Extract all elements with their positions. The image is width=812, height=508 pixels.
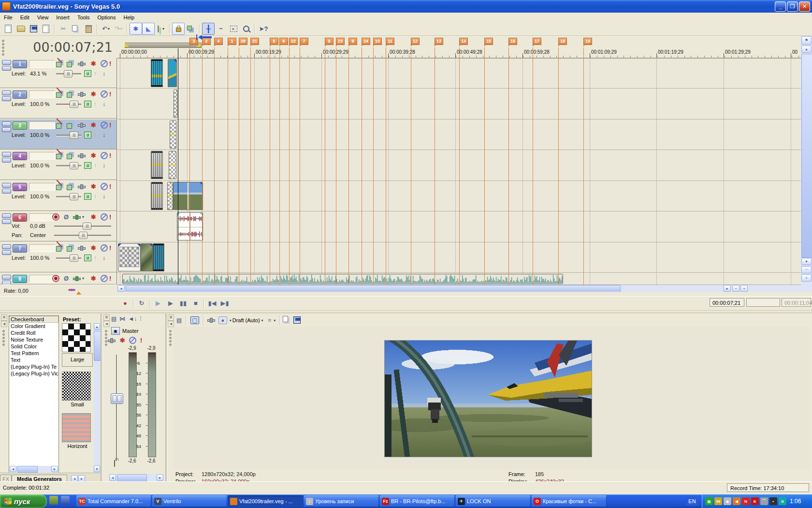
solo-icon[interactable]: ! (109, 152, 111, 159)
marker-flag-20[interactable]: 20 (239, 38, 247, 45)
event-pan-crop-icon[interactable] (67, 183, 72, 190)
track-number-badge[interactable]: 8 (13, 275, 27, 283)
track-header-1[interactable]: 1✱!Level:43.1 %α↑↓ (0, 58, 116, 88)
zoom-in-track-icon[interactable]: + (801, 274, 812, 282)
scroll-thumb[interactable] (801, 54, 812, 258)
tray-trueimage-icon[interactable]: ti (779, 497, 786, 505)
scroll-thumb[interactable] (94, 331, 101, 361)
level-slider-handle[interactable] (70, 101, 78, 108)
mute-icon[interactable] (129, 337, 136, 344)
compositing-mode-icon[interactable]: α (84, 162, 91, 169)
quick-launch-icon[interactable] (61, 496, 70, 505)
mute-icon[interactable] (101, 60, 108, 67)
menu-view[interactable]: View (33, 14, 53, 21)
event-clip-waveform-long[interactable] (122, 274, 563, 284)
marker-flag-24[interactable]: 24 (362, 38, 370, 45)
open-project-button[interactable] (14, 23, 27, 35)
zoom-out-time-icon[interactable]: − (732, 285, 740, 292)
solo-icon[interactable]: ! (109, 183, 111, 190)
track-header-4[interactable]: 4✱!Level:100.0 %α↑↓ (0, 150, 116, 180)
panel-grip[interactable] (169, 330, 172, 346)
envelope-tool-button[interactable]: ~ (215, 23, 227, 35)
automation-settings-icon[interactable]: ✱ (91, 275, 96, 282)
preview-quality-dropdown-icon[interactable]: ▾ (261, 318, 263, 323)
bypass-fx-icon[interactable]: Ø (64, 213, 69, 221)
task-button-record-level[interactable]: ♪Уровень записи (304, 495, 379, 507)
generator-item[interactable]: Text (9, 357, 58, 363)
preset-thumbnail-horizont[interactable] (62, 413, 91, 442)
pan-slider-handle[interactable] (79, 232, 87, 239)
make-compositing-parent-icon[interactable]: ↑ (94, 131, 97, 138)
track-name-input[interactable] (29, 90, 55, 98)
level-slider[interactable] (56, 73, 81, 75)
track-number-badge[interactable]: 7 (13, 244, 27, 253)
track-fx-icon[interactable] (80, 121, 83, 129)
automation-settings-icon[interactable]: ✱ (91, 121, 96, 129)
track-number-badge[interactable]: 6 (13, 213, 27, 222)
volume-slider[interactable] (54, 225, 111, 227)
bypass-fx-icon[interactable]: Ø (64, 275, 69, 282)
track-fx-icon[interactable] (80, 60, 83, 67)
copy-snapshot-icon[interactable] (284, 317, 290, 323)
mute-icon[interactable] (101, 152, 108, 159)
task-button-lock-on[interactable]: ✈LOCK ON (456, 495, 531, 507)
task-button-ventrilo[interactable]: VVentrilo (152, 495, 227, 507)
event-clip-checker-text[interactable] (169, 151, 176, 179)
generator-item[interactable]: Test Pattern (9, 350, 58, 357)
mixer-properties-icon[interactable]: ▤ (111, 315, 116, 322)
marker-flag-14[interactable]: 14 (459, 38, 468, 45)
shuttle-marker-icon[interactable] (76, 291, 81, 295)
track-header-3[interactable]: 3✱!Level:100.0 %α↑↓ (0, 120, 116, 149)
task-button-filezilla[interactable]: FzBR - BR-Pilots@ftp.b... (380, 495, 455, 507)
track-minimize-buttons[interactable] (2, 183, 11, 194)
solo-icon[interactable]: ! (109, 90, 111, 98)
scroll-down-icon[interactable]: ▾ (801, 258, 812, 265)
undo-button[interactable]: ↶▾ (100, 23, 112, 35)
level-slider-handle[interactable] (70, 254, 78, 262)
pause-button[interactable]: ▮▮ (177, 298, 189, 308)
track-number-badge[interactable]: 3 (13, 121, 27, 130)
event-clip-checker-thumbs[interactable] (118, 243, 141, 271)
restore-button[interactable]: ❐ (787, 1, 798, 12)
selection-length-box[interactable] (746, 298, 780, 307)
track-header-7[interactable]: 7✱!Level:100.0 %α↑↓ (0, 242, 116, 272)
insert-bus-icon[interactable]: ⁞ (140, 315, 141, 322)
level-slider-handle[interactable] (70, 162, 78, 169)
tray-power-icon[interactable]: N (742, 497, 750, 505)
external-monitor-icon[interactable]: ▢ (190, 316, 199, 324)
event-clip-map-green[interactable] (141, 243, 153, 271)
solo-icon[interactable]: ! (109, 244, 111, 252)
track-header-6[interactable]: 6Ø▾✱!Vol:0,0 dBPan:Center (0, 211, 116, 241)
close-panel-icon[interactable]: ✕ (1, 314, 7, 321)
paste-button[interactable] (82, 23, 95, 35)
marker-bar[interactable]: 324120215622782392410111213141516171819 (117, 36, 801, 49)
language-indicator[interactable]: EN (686, 497, 698, 506)
level-slider-handle[interactable] (64, 70, 72, 77)
track-fx-icon[interactable] (80, 183, 83, 190)
track-header-5[interactable]: 5✱!Level:100.0 %α↑↓ (0, 181, 116, 211)
menu-options[interactable]: Options (94, 14, 120, 21)
event-pan-crop-icon[interactable] (67, 244, 72, 252)
mute-icon[interactable] (101, 121, 108, 129)
marker-flag-4[interactable]: 4 (214, 38, 223, 45)
task-button-opera[interactable]: OКрасивые фотки - C... (532, 495, 607, 507)
solo-icon[interactable]: ! (109, 121, 111, 129)
track-name-input[interactable] (29, 121, 55, 129)
mute-icon[interactable] (101, 183, 108, 190)
level-slider[interactable] (56, 257, 81, 259)
downmix-output-icon[interactable]: ⋈ (119, 315, 125, 322)
track-minimize-buttons[interactable] (2, 152, 11, 164)
copy-button[interactable] (70, 23, 82, 35)
level-slider[interactable] (56, 134, 81, 136)
preview-properties-icon[interactable]: ▤ (176, 317, 182, 324)
tray-monitor-icon[interactable]: 99 (714, 497, 722, 505)
scroll-right-icon[interactable]: ▸ (724, 285, 731, 292)
scroll-up-icon[interactable]: ▴ (94, 323, 100, 330)
marker-flag-22[interactable]: 22 (289, 38, 298, 45)
scroll-thumb[interactable] (117, 474, 147, 482)
play-from-start-button[interactable]: ▶ (152, 298, 164, 308)
event-clip-checker-text[interactable] (170, 120, 176, 149)
generator-item[interactable]: (Legacy Plug-In) Te (9, 363, 58, 370)
generator-item[interactable]: (Legacy Plug-In) Vic (9, 370, 58, 377)
marker-flag-17[interactable]: 17 (533, 38, 541, 45)
